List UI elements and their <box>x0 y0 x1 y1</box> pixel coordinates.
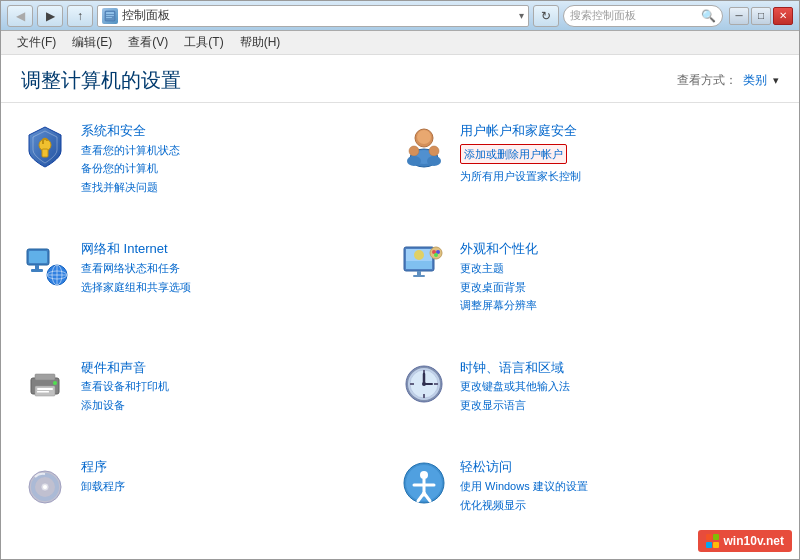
category-appearance: 外观和个性化 更改主题 更改桌面背景 调整屏幕分辨率 <box>400 231 779 349</box>
svg-rect-28 <box>417 271 421 275</box>
appearance-link-3[interactable]: 调整屏幕分辨率 <box>460 297 538 314</box>
menu-bar: 文件(F) 编辑(E) 查看(V) 工具(T) 帮助(H) <box>1 31 799 55</box>
network-title[interactable]: 网络和 Internet <box>81 241 191 258</box>
view-type-link[interactable]: 类别 <box>743 72 767 89</box>
security-link-1[interactable]: 查看您的计算机状态 <box>81 142 180 159</box>
hardware-icon[interactable] <box>21 360 69 408</box>
category-hardware: 硬件和声音 查看设备和打印机 添加设备 <box>21 350 400 450</box>
address-text: 控制面板 <box>122 7 515 24</box>
programs-title[interactable]: 程序 <box>81 459 125 476</box>
hardware-link-2[interactable]: 添加设备 <box>81 397 169 414</box>
accessibility-text: 轻松访问 使用 Windows 建议的设置 优化视频显示 <box>460 459 588 513</box>
accessibility-icon[interactable] <box>400 459 448 507</box>
user-title[interactable]: 用户帐户和家庭安全 <box>460 123 581 140</box>
accessibility-link-1[interactable]: 使用 Windows 建议的设置 <box>460 478 588 495</box>
search-bar[interactable]: 搜索控制面板 🔍 <box>563 5 723 27</box>
svg-rect-5 <box>42 149 48 157</box>
clock-title[interactable]: 时钟、语言和区域 <box>460 360 570 377</box>
svg-rect-26 <box>406 261 432 269</box>
svg-point-9 <box>417 130 431 144</box>
security-title[interactable]: 系统和安全 <box>81 123 180 140</box>
page-title: 调整计算机的设置 <box>21 67 181 94</box>
svg-rect-38 <box>37 391 49 393</box>
search-icon[interactable]: 🔍 <box>701 9 716 23</box>
back-button[interactable]: ◀ <box>7 5 33 27</box>
network-icon[interactable] <box>21 241 69 289</box>
clock-text: 时钟、语言和区域 更改键盘或其他输入法 更改显示语言 <box>460 360 570 414</box>
hardware-title[interactable]: 硬件和声音 <box>81 360 169 377</box>
svg-rect-37 <box>37 388 53 390</box>
svg-point-27 <box>414 250 424 260</box>
security-text: 系统和安全 查看您的计算机状态 备份您的计算机 查找并解决问题 <box>81 123 180 195</box>
menu-help[interactable]: 帮助(H) <box>232 32 289 53</box>
security-link-3[interactable]: 查找并解决问题 <box>81 179 180 196</box>
menu-tools[interactable]: 工具(T) <box>176 32 231 53</box>
appearance-icon[interactable] <box>400 241 448 289</box>
appearance-link-2[interactable]: 更改桌面背景 <box>460 279 538 296</box>
minimize-button[interactable]: ─ <box>729 7 749 25</box>
category-programs: 程序 卸载程序 <box>21 449 400 549</box>
category-security: 系统和安全 查看您的计算机状态 备份您的计算机 查找并解决问题 <box>21 113 400 231</box>
appearance-title[interactable]: 外观和个性化 <box>460 241 538 258</box>
svg-rect-29 <box>413 275 425 277</box>
title-bar-left: ◀ ▶ ↑ 控制面板 ▾ ↻ 搜索控制面板 🔍 <box>7 5 723 27</box>
view-options: 查看方式： 类别 ▾ <box>677 72 779 89</box>
svg-rect-1 <box>106 12 114 14</box>
user-text: 用户帐户和家庭安全 添加或删除用户帐户 为所有用户设置家长控制 <box>460 123 581 185</box>
programs-text: 程序 卸载程序 <box>81 459 125 494</box>
security-icon[interactable] <box>21 123 69 171</box>
hardware-link-1[interactable]: 查看设备和打印机 <box>81 378 169 395</box>
view-dropdown-arrow[interactable]: ▾ <box>773 74 779 87</box>
programs-icon[interactable] <box>21 459 69 507</box>
content-area: 调整计算机的设置 查看方式： 类别 ▾ <box>1 55 799 559</box>
page-header: 调整计算机的设置 查看方式： 类别 ▾ <box>1 55 799 103</box>
svg-rect-18 <box>31 269 43 272</box>
category-network: 网络和 Internet 查看网络状态和任务 选择家庭组和共享选项 <box>21 231 400 349</box>
address-icon <box>102 8 118 24</box>
address-bar[interactable]: 控制面板 ▾ <box>97 5 529 27</box>
menu-edit[interactable]: 编辑(E) <box>64 32 120 53</box>
address-dropdown-arrow[interactable]: ▾ <box>519 10 524 21</box>
clock-icon[interactable] <box>400 360 448 408</box>
security-link-2[interactable]: 备份您的计算机 <box>81 160 180 177</box>
network-link-2[interactable]: 选择家庭组和共享选项 <box>81 279 191 296</box>
svg-rect-17 <box>35 265 39 269</box>
maximize-button[interactable]: □ <box>751 7 771 25</box>
appearance-text: 外观和个性化 更改主题 更改桌面背景 调整屏幕分辨率 <box>460 241 538 313</box>
menu-view[interactable]: 查看(V) <box>120 32 176 53</box>
cp-grid: 系统和安全 查看您的计算机状态 备份您的计算机 查找并解决问题 <box>1 103 799 559</box>
accessibility-link-2[interactable]: 优化视频显示 <box>460 497 588 514</box>
search-placeholder: 搜索控制面板 <box>570 8 697 23</box>
hardware-text: 硬件和声音 查看设备和打印机 添加设备 <box>81 360 169 414</box>
svg-point-53 <box>43 485 47 489</box>
watermark-text: win10v.net <box>724 534 784 548</box>
svg-rect-16 <box>29 251 47 263</box>
category-clock: 时钟、语言和区域 更改键盘或其他输入法 更改显示语言 <box>400 350 779 450</box>
main-window: ◀ ▶ ↑ 控制面板 ▾ ↻ 搜索控制面板 🔍 <box>0 0 800 560</box>
clock-link-1[interactable]: 更改键盘或其他输入法 <box>460 378 570 395</box>
refresh-button[interactable]: ↻ <box>533 5 559 27</box>
up-button[interactable]: ↑ <box>67 5 93 27</box>
user-link-1[interactable]: 添加或删除用户帐户 <box>460 144 567 165</box>
user-icon[interactable] <box>400 123 448 171</box>
svg-rect-2 <box>106 15 114 16</box>
watermark: win10v.net <box>698 530 792 552</box>
svg-point-33 <box>434 253 438 257</box>
svg-point-12 <box>407 156 421 166</box>
svg-rect-3 <box>106 17 112 18</box>
accessibility-title[interactable]: 轻松访问 <box>460 459 588 476</box>
svg-point-39 <box>53 381 57 385</box>
close-button[interactable]: ✕ <box>773 7 793 25</box>
svg-point-49 <box>422 382 426 386</box>
clock-link-2[interactable]: 更改显示语言 <box>460 397 570 414</box>
network-link-1[interactable]: 查看网络状态和任务 <box>81 260 191 277</box>
watermark-logo <box>706 534 720 548</box>
user-link-2[interactable]: 为所有用户设置家长控制 <box>460 168 581 185</box>
view-label: 查看方式： <box>677 72 737 89</box>
title-bar: ◀ ▶ ↑ 控制面板 ▾ ↻ 搜索控制面板 🔍 <box>1 1 799 31</box>
programs-link-1[interactable]: 卸载程序 <box>81 478 125 495</box>
forward-button[interactable]: ▶ <box>37 5 63 27</box>
svg-point-14 <box>427 156 441 166</box>
menu-file[interactable]: 文件(F) <box>9 32 64 53</box>
appearance-link-1[interactable]: 更改主题 <box>460 260 538 277</box>
